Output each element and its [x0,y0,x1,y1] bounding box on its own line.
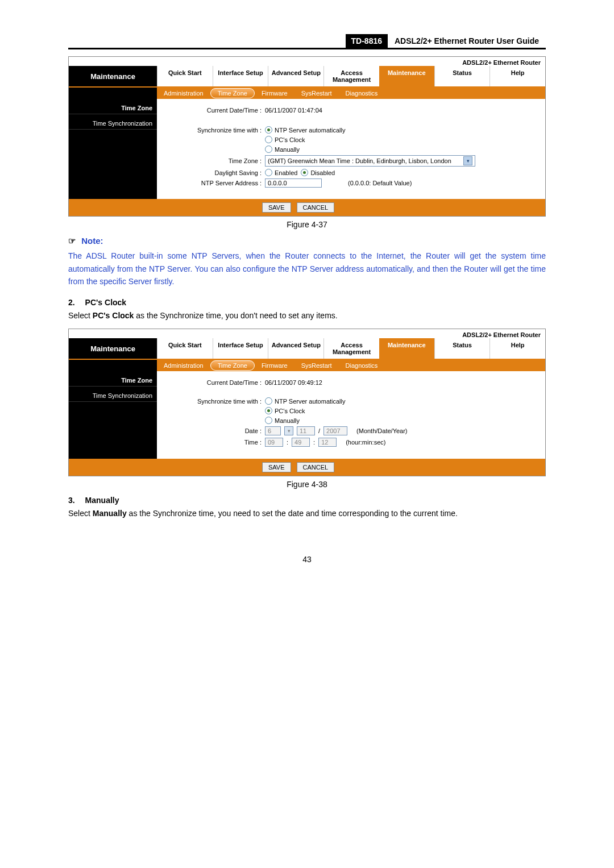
radio-pcs-clock[interactable]: PC's Clock [265,407,305,414]
guide-header: TD-8816 ADSL2/2+ Ethernet Router User Gu… [68,34,546,49]
tab-help[interactable]: Help [489,66,545,86]
subtab-diagnostics[interactable]: Diagnostics [339,360,385,371]
subtab-sysrestart[interactable]: SysRestart [294,360,339,371]
cancel-button[interactable]: CANCEL [297,462,335,472]
radio-manually[interactable]: Manually [265,146,300,153]
tab-quick-start[interactable]: Quick Start [157,66,213,86]
cancel-button[interactable]: CANCEL [297,202,335,213]
radio-ntp-auto[interactable]: NTP Server automatically [265,397,346,405]
tab-help[interactable]: Help [489,338,545,359]
router-brand: ADSL2/2+ Ethernet Router [69,57,545,66]
label-sync-with: Synchronize time with : [165,127,265,134]
radio-dot-icon [265,146,272,153]
button-bar: SAVE CANCEL [69,199,545,216]
label-date: Date : [165,427,265,434]
left-menu-time-sync[interactable]: Time Synchronization [69,387,157,402]
radio-dot-icon [265,397,272,405]
router-ui-fig38: ADSL2/2+ Ethernet Router Maintenance Qui… [68,329,546,476]
model-badge: TD-8816 [346,34,388,48]
radio-ntp-auto[interactable]: NTP Server automatically [265,126,346,134]
subtab-time-zone[interactable]: Time Zone [210,88,255,98]
label-ntp-server: NTP Server Address : [165,180,265,186]
section-number: 2. [68,298,75,307]
pointing-hand-icon: ☞ [68,236,76,246]
hint-time: (hour:min:sec) [346,439,385,446]
tab-status[interactable]: Status [434,338,490,359]
radio-label: Disabled [310,169,335,176]
label-time-zone: Time Zone : [165,157,265,164]
radio-label: Manually [275,146,300,153]
input-date-day[interactable]: 11 [297,426,315,435]
router-ui-fig37: ADSL2/2+ Ethernet Router Maintenance Qui… [68,56,546,217]
radio-dst-enabled[interactable]: Enabled [265,169,297,176]
section-3-body: Select Manually as the Synchronize time,… [68,507,546,521]
input-date-month[interactable]: 6 [265,426,281,435]
section-3-heading: 3. Manually [68,496,546,505]
button-bar: SAVE CANCEL [69,459,545,476]
subtab-administration[interactable]: Administration [157,360,210,371]
input-ntp-server[interactable]: 0.0.0.0 [265,178,322,188]
tab-status[interactable]: Status [434,66,490,86]
radio-dot-icon [265,169,272,176]
left-menu-time-sync[interactable]: Time Synchronization [69,114,157,130]
radio-dot-icon [265,126,272,134]
subtab-diagnostics[interactable]: Diagnostics [339,88,385,99]
label-current-datetime: Current Date/Time : [165,107,265,114]
main-tabs: Maintenance Quick Start Interface Setup … [69,338,545,360]
save-button[interactable]: SAVE [262,202,291,213]
radio-dot-icon [265,407,272,414]
select-time-zone[interactable]: (GMT) Greenwich Mean Time : Dublin, Edin… [265,155,475,167]
radio-dst-disabled[interactable]: Disabled [301,169,335,176]
left-menu-time-zone[interactable]: Time Zone [69,99,157,114]
tab-access-management[interactable]: Access Management [323,338,379,359]
tab-access-management[interactable]: Access Management [323,66,379,86]
radio-pcs-clock[interactable]: PC's Clock [265,136,305,143]
value-current-datetime: 06/11/2007 01:47:04 [265,107,537,114]
figure-caption-38: Figure 4-38 [0,480,614,489]
tab-quick-start[interactable]: Quick Start [157,338,213,359]
section-2-body: Select PC's Clock as the Synchronize tim… [68,309,546,323]
subtab-firmware[interactable]: Firmware [255,88,294,99]
left-menu-time-zone[interactable]: Time Zone [69,371,157,387]
input-time-hour[interactable]: 09 [265,438,283,447]
content-panel: Current Date/Time : 06/11/2007 09:49:12 … [157,371,545,459]
tab-maintenance[interactable]: Maintenance [379,66,434,86]
label-sync-with: Synchronize time with : [165,398,265,405]
tab-maintenance[interactable]: Maintenance [379,338,434,359]
hint-date: (Month/Date/Year) [356,427,407,434]
tab-advanced-setup[interactable]: Advanced Setup [268,338,323,359]
radio-label: PC's Clock [275,136,305,143]
tab-interface-setup[interactable]: Interface Setup [213,338,268,359]
tab-advanced-setup[interactable]: Advanced Setup [268,66,323,86]
subtab-firmware[interactable]: Firmware [255,360,294,371]
chevron-down-icon: ▾ [463,156,472,165]
chevron-down-icon: ▾ [284,426,293,435]
subtab-administration[interactable]: Administration [157,88,210,99]
radio-label: NTP Server automatically [275,398,346,405]
input-time-min[interactable]: 49 [292,438,310,447]
select-value: (GMT) Greenwich Mean Time : Dublin, Edin… [268,157,451,164]
input-time-sec[interactable]: 12 [318,438,337,447]
radio-manually[interactable]: Manually [265,417,300,424]
section-title: Manually [85,496,119,505]
label-time: Time : [165,439,265,446]
note-body: The ADSL Router built-in some NTP Server… [68,250,546,288]
subtab-sysrestart[interactable]: SysRestart [294,88,339,99]
radio-label: Manually [275,417,300,424]
hint-ntp-default: (0.0.0.0: Default Value) [348,180,412,186]
tab-interface-setup[interactable]: Interface Setup [213,66,268,86]
guide-title: ADSL2/2+ Ethernet Router User Guide [388,34,546,48]
radio-dot-icon [265,136,272,143]
tab-side-maintenance: Maintenance [69,66,157,86]
radio-dot-icon [301,169,308,176]
section-2-heading: 2. PC's Clock [68,298,546,307]
radio-dot-icon [265,417,272,424]
radio-label: NTP Server automatically [275,127,346,134]
save-button[interactable]: SAVE [262,462,291,472]
sub-tabs: Administration Time Zone Firmware SysRes… [157,360,545,371]
subtab-time-zone[interactable]: Time Zone [210,360,255,371]
note-header: ☞ Note: [68,236,546,246]
section-title: PC's Clock [85,298,127,307]
figure-caption-37: Figure 4-37 [0,220,614,229]
input-date-year[interactable]: 2007 [323,426,347,435]
